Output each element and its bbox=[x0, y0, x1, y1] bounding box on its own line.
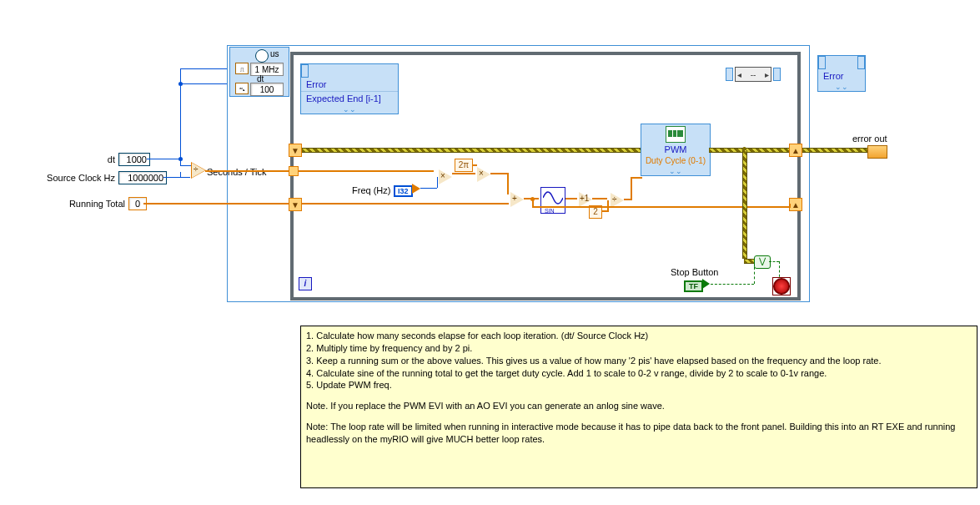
clock-icon bbox=[255, 49, 269, 63]
case-selector[interactable]: ◂ -- ▸ bbox=[735, 67, 771, 82]
dt-label: dt bbox=[90, 154, 115, 164]
block-diagram-comment: 1. Calculate how many seconds elapse for… bbox=[300, 326, 977, 488]
source-clock-control[interactable]: 1000000 bbox=[118, 171, 167, 184]
multiply-op-1[interactable]: × bbox=[439, 169, 452, 184]
note-extra-2: Note: The loop rate will be limited when… bbox=[306, 421, 972, 446]
expand-down-icon[interactable]: ⌄⌄ bbox=[301, 105, 398, 114]
shift-register-left[interactable]: ▼ bbox=[289, 198, 302, 211]
note-line-2: 2. Multiply time by frequency and by 2 p… bbox=[306, 342, 972, 355]
multiply-op-2[interactable]: × bbox=[477, 167, 490, 182]
right-outer-node[interactable]: Error ⌄⌄ bbox=[817, 55, 866, 92]
pwm-icon bbox=[666, 126, 686, 143]
pwm-duty-cycle-terminal[interactable]: Duty Cycle (0-1) bbox=[641, 154, 710, 167]
expand-down-icon[interactable]: ⌄⌄ bbox=[818, 83, 865, 91]
tunnel-seconds bbox=[289, 166, 299, 176]
loop-stop-terminal[interactable] bbox=[772, 277, 791, 295]
error-out-label: error out bbox=[852, 134, 887, 144]
dt-terminal[interactable]: ³²₁ bbox=[235, 83, 249, 94]
source-clock-label: Source Clock Hz bbox=[40, 173, 115, 183]
tunnel-merge-icon bbox=[301, 64, 309, 78]
or-stop-node[interactable]: ⋁ bbox=[754, 255, 771, 269]
add-op[interactable]: + bbox=[510, 192, 524, 207]
dt-config-value[interactable]: 100 bbox=[250, 83, 284, 96]
error-out-indicator[interactable] bbox=[867, 145, 887, 160]
expand-down-icon[interactable]: ⌄⌄ bbox=[641, 167, 710, 175]
iteration-terminal[interactable]: i bbox=[299, 277, 312, 290]
left-node-error[interactable]: Error bbox=[301, 78, 398, 91]
left-data-node[interactable]: Error Expected End [i-1] ⌄⌄ bbox=[300, 63, 399, 114]
shift-register-error-left[interactable]: ▼ bbox=[289, 144, 302, 157]
timed-loop-config[interactable]: us ⎍ 1 MHz dt ³²₁ 100 bbox=[229, 47, 289, 97]
dt-control[interactable]: 1000 bbox=[118, 153, 150, 166]
right-outer-node-error[interactable]: Error bbox=[818, 69, 865, 83]
tunnel-merge-icon bbox=[726, 68, 733, 81]
tunnel-merge-icon bbox=[857, 56, 865, 69]
sine-function[interactable]: SIN bbox=[540, 187, 565, 214]
right-inner-node[interactable]: ◂ -- ▸ bbox=[726, 67, 781, 82]
stop-button-control[interactable]: TF bbox=[684, 279, 710, 292]
note-line-1: 1. Calculate how many seconds elapse for… bbox=[306, 330, 972, 342]
time-unit: us bbox=[270, 49, 279, 58]
note-line-4: 4. Calculate sine of the running total t… bbox=[306, 367, 972, 380]
tunnel-merge-icon bbox=[773, 68, 781, 81]
two-pi-constant[interactable]: 2π bbox=[455, 159, 473, 172]
seconds-per-tick-label: Seconds / Tick bbox=[207, 167, 267, 177]
note-line-5: 5. Update PWM freq. bbox=[306, 379, 972, 391]
clock-source-terminal[interactable]: ⎍ bbox=[235, 63, 249, 74]
shift-register-right[interactable]: ▲ bbox=[789, 198, 802, 211]
clock-source-value[interactable]: 1 MHz bbox=[250, 63, 284, 76]
selector-value: -- bbox=[741, 70, 765, 79]
stop-icon bbox=[773, 278, 790, 295]
selector-right-icon[interactable]: ▸ bbox=[765, 70, 769, 79]
running-total-label: Running Total bbox=[60, 199, 125, 209]
tunnel-merge-icon bbox=[818, 56, 826, 69]
freq-label: Freq (Hz) bbox=[352, 185, 390, 195]
pwm-express-vi[interactable]: PWM Duty Cycle (0-1) ⌄⌄ bbox=[641, 124, 711, 176]
note-extra-1: Note. If you replace the PWM EVI with an… bbox=[306, 400, 972, 412]
freq-control[interactable]: I32 bbox=[394, 184, 420, 197]
pwm-name: PWM bbox=[641, 144, 710, 154]
shift-register-error-right[interactable]: ▲ bbox=[789, 144, 802, 157]
divide-op[interactable]: ÷ bbox=[192, 163, 205, 178]
note-line-3: 3. Keep a running sum or the above value… bbox=[306, 355, 972, 367]
left-node-expected-end[interactable]: Expected End [i-1] bbox=[301, 91, 398, 105]
stop-button-label: Stop Button bbox=[671, 267, 719, 277]
